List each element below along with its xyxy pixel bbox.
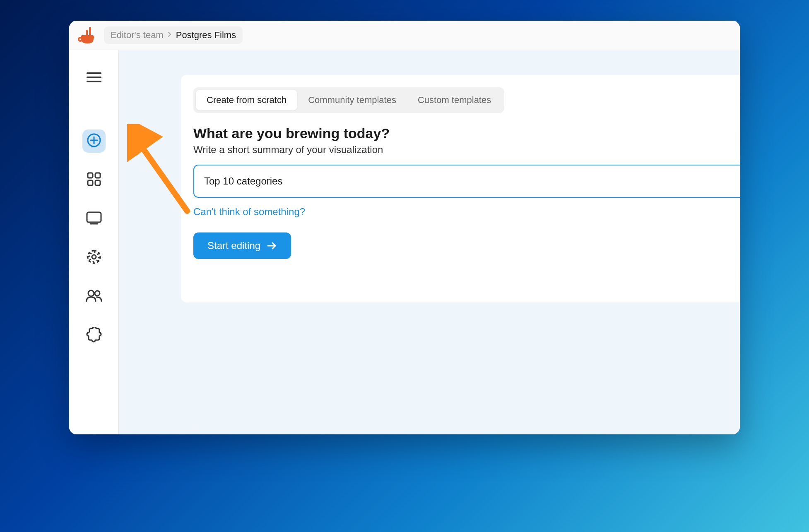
sidebar-item-menu[interactable] [82,67,106,90]
summary-input[interactable] [193,165,740,198]
tab-bar: Create from scratch Community templates … [193,87,504,113]
sidebar-item-users[interactable] [82,285,106,308]
users-icon [86,290,102,304]
svg-point-17 [95,291,100,296]
svg-rect-10 [95,173,100,178]
start-editing-label: Start editing [207,240,260,252]
tab-custom-templates[interactable]: Custom templates [407,90,502,110]
svg-rect-12 [95,180,100,185]
breadcrumb-project[interactable]: Postgres Films [176,30,236,41]
main-area: Create from scratch Community templates … [119,50,740,434]
form-subheading: Write a short summary of your visualizat… [193,144,740,156]
plus-circle-icon [87,133,101,149]
helper-link[interactable]: Can't think of something? [193,206,740,218]
form-heading: What are you brewing today? [193,125,740,141]
chevron-right-icon [168,31,172,39]
svg-rect-11 [88,180,93,185]
svg-rect-9 [88,173,93,178]
sidebar-item-add[interactable] [82,129,106,153]
sidebar [69,50,119,434]
arrow-right-icon [267,242,277,250]
svg-point-2 [79,38,82,41]
app-logo[interactable] [77,27,96,43]
svg-point-16 [88,290,94,296]
breadcrumb: Editor's team Postgres Films [104,26,243,44]
svg-rect-13 [87,212,101,222]
tab-create-from-scratch[interactable]: Create from scratch [196,90,297,110]
body: Create from scratch Community templates … [69,50,740,434]
app-window: Editor's team Postgres Films [69,21,740,434]
breadcrumb-team[interactable]: Editor's team [111,30,164,41]
start-editing-button[interactable]: Start editing [193,232,291,259]
sidebar-item-settings[interactable] [82,246,106,269]
sidebar-item-integrations[interactable] [82,324,106,347]
display-icon [86,211,102,226]
gear-icon [87,249,101,266]
grid-icon [87,172,101,188]
tab-community-templates[interactable]: Community templates [297,90,407,110]
header: Editor's team Postgres Films [69,21,740,50]
svg-point-15 [92,255,96,259]
puzzle-icon [86,327,102,344]
create-card: Create from scratch Community templates … [181,75,740,302]
menu-icon [87,72,101,85]
sidebar-item-display[interactable] [82,207,106,230]
sidebar-item-apps[interactable] [82,168,106,192]
